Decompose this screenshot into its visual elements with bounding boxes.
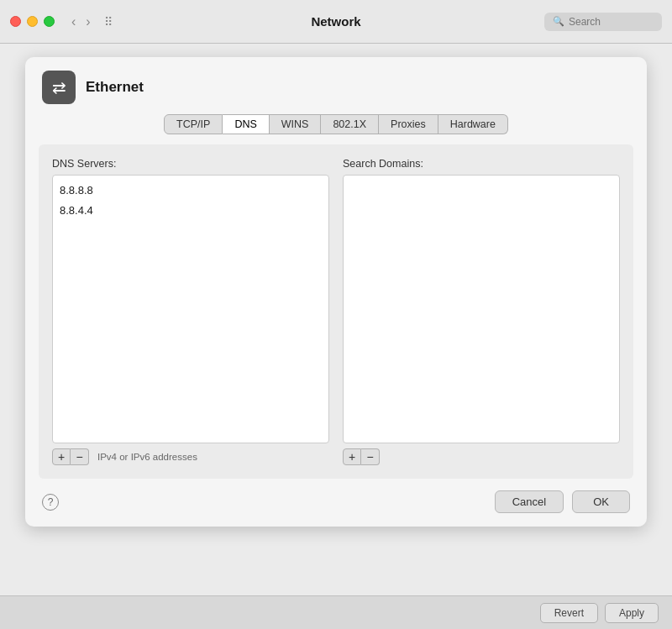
dialog-footer: ? Cancel OK — [25, 479, 647, 527]
tab-8021x[interactable]: 802.1X — [321, 114, 379, 134]
close-button[interactable] — [10, 16, 21, 27]
minimize-button[interactable] — [27, 16, 38, 27]
title-bar: ‹ › ⠿ Network 🔍 — [0, 0, 672, 44]
search-domains-column: Search Domains: + − — [343, 158, 620, 465]
search-input[interactable] — [569, 16, 654, 28]
tab-wins[interactable]: WINS — [270, 114, 322, 134]
forward-button[interactable]: › — [82, 13, 93, 30]
maximize-button[interactable] — [44, 16, 55, 27]
dns-hint: IPv4 or IPv6 addresses — [97, 452, 197, 462]
main-content: ⇄ Ethernet TCP/IP DNS WINS 802.1X Proxie… — [0, 44, 672, 595]
ethernet-icon: ⇄ — [42, 71, 76, 104]
dns-server-item-2: 8.8.4.4 — [60, 201, 322, 221]
dialog-header: ⇄ Ethernet — [25, 57, 647, 114]
ok-button[interactable]: OK — [572, 490, 630, 513]
dns-servers-label: DNS Servers: — [52, 158, 329, 170]
nav-buttons: ‹ › — [68, 13, 94, 30]
search-domains-label: Search Domains: — [343, 158, 620, 170]
tab-proxies[interactable]: Proxies — [379, 114, 438, 134]
columns: DNS Servers: 8.8.8.8 8.8.4.4 + − IPv4 or… — [52, 158, 620, 465]
tab-dns[interactable]: DNS — [223, 114, 269, 134]
tab-tcpip[interactable]: TCP/IP — [164, 114, 223, 134]
tab-hardware[interactable]: Hardware — [438, 114, 508, 134]
domains-add-button[interactable]: + — [343, 448, 361, 465]
dialog-title: Ethernet — [86, 79, 144, 96]
revert-button[interactable]: Revert — [540, 603, 598, 623]
help-button[interactable]: ? — [42, 494, 59, 511]
cancel-button[interactable]: Cancel — [495, 490, 564, 513]
apply-button[interactable]: Apply — [605, 603, 659, 623]
dns-content: DNS Servers: 8.8.8.8 8.8.4.4 + − IPv4 or… — [39, 144, 633, 479]
search-domains-controls: + − — [343, 448, 620, 465]
dialog-actions: Cancel OK — [495, 490, 630, 513]
search-domains-list[interactable] — [343, 175, 620, 443]
dns-servers-list[interactable]: 8.8.8.8 8.8.4.4 — [52, 175, 329, 443]
ethernet-icon-glyph: ⇄ — [52, 77, 66, 97]
bottom-bar: Revert Apply — [0, 595, 672, 629]
window-title: Network — [311, 14, 360, 29]
dns-remove-button[interactable]: − — [71, 448, 89, 465]
traffic-lights — [10, 16, 55, 27]
back-button[interactable]: ‹ — [68, 13, 79, 30]
network-dialog: ⇄ Ethernet TCP/IP DNS WINS 802.1X Proxie… — [25, 57, 647, 527]
dns-servers-controls: + − IPv4 or IPv6 addresses — [52, 448, 329, 465]
dns-servers-column: DNS Servers: 8.8.8.8 8.8.4.4 + − IPv4 or… — [52, 158, 329, 465]
tabs-container: TCP/IP DNS WINS 802.1X Proxies Hardware — [25, 114, 647, 144]
dns-add-button[interactable]: + — [52, 448, 71, 465]
dns-server-item-1: 8.8.8.8 — [60, 181, 322, 201]
search-icon: 🔍 — [553, 16, 564, 27]
domains-remove-button[interactable]: − — [361, 448, 380, 465]
search-box[interactable]: 🔍 — [544, 13, 662, 31]
grid-icon: ⠿ — [104, 15, 113, 29]
